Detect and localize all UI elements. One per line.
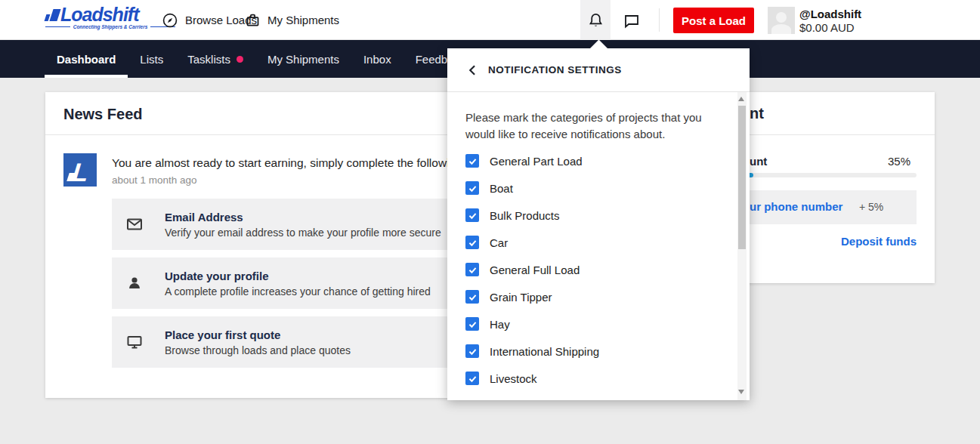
account-panel-card: nt unt 35% ur phone number + 5% Deposit …	[722, 92, 935, 283]
nav-tab-dashboard[interactable]: Dashboard	[45, 40, 128, 78]
category-label: Car	[490, 236, 508, 249]
post-headline: You are almost ready to start earning, s…	[112, 156, 493, 170]
verify-phone-link[interactable]: ur phone number	[750, 200, 842, 213]
my-shipments-label: My Shipments	[267, 14, 339, 26]
category-label: Bulk Products	[490, 209, 560, 222]
category-label: Boat	[490, 182, 513, 195]
logo-tagline-text: Connecting Shippers & Carriers	[73, 24, 148, 29]
category-label: General Full Load	[490, 264, 580, 276]
tasklists-notification-dot	[236, 56, 243, 63]
phone-verification-row[interactable]: ur phone number + 5%	[740, 190, 917, 224]
browse-loads-link[interactable]: Browse Loads	[162, 0, 257, 40]
popup-scrollbar-thumb[interactable]	[738, 106, 746, 249]
nav-tab-label: Tasklists	[187, 53, 230, 66]
nav-tab-label: My Shipments	[267, 53, 339, 66]
top-header: Loadshift Connecting Shippers & Carriers…	[0, 0, 980, 40]
post-timestamp: about 1 month ago	[112, 174, 197, 186]
category-row-car[interactable]: Car	[447, 229, 731, 256]
popup-header: NOTIFICATION SETTINGS	[447, 48, 750, 92]
category-row-general-part-load[interactable]: General Part Load	[447, 147, 731, 174]
checkbox-checked-icon[interactable]	[465, 372, 479, 385]
logo-brand-text: Loadshift	[60, 5, 139, 23]
back-chevron-icon[interactable]	[465, 63, 481, 78]
checkbox-checked-icon[interactable]	[465, 154, 479, 168]
scrollbar-up-arrow-icon[interactable]	[738, 97, 744, 101]
checkbox-checked-icon[interactable]	[465, 208, 479, 222]
nav-tab-lists[interactable]: Lists	[128, 40, 175, 78]
post-a-load-button[interactable]: Post a Load	[673, 8, 754, 33]
nav-tab-my-shipments[interactable]: My Shipments	[255, 40, 351, 78]
account-progress-label: unt	[750, 155, 767, 168]
monitor-icon	[125, 333, 144, 351]
envelope-icon	[125, 215, 144, 233]
category-label: International Shipping	[490, 345, 599, 358]
category-checkbox-list: General Part LoadBoatBulk ProductsCarGen…	[447, 147, 731, 392]
nav-tab-label: Lists	[140, 53, 163, 66]
account-progress-percent: 35%	[888, 155, 910, 168]
task-title: Update your profile	[165, 270, 431, 282]
popup-title: NOTIFICATION SETTINGS	[488, 64, 622, 76]
scrollbar-down-arrow-icon[interactable]	[738, 390, 744, 394]
task-description: Verify your email address to make your p…	[165, 227, 441, 239]
nav-tab-label: Dashboard	[57, 53, 116, 66]
compass-icon	[162, 12, 178, 29]
category-row-general-full-load[interactable]: General Full Load	[447, 256, 731, 283]
category-label: General Part Load	[490, 155, 583, 168]
account-panel-heading: nt	[750, 105, 764, 122]
loadshift-post-logo-icon: L	[63, 153, 97, 187]
user-balance: $0.00 AUD	[799, 21, 855, 34]
checkbox-checked-icon[interactable]	[465, 181, 479, 195]
briefcase-icon	[245, 12, 261, 28]
checkbox-checked-icon[interactable]	[465, 290, 479, 304]
category-label: Livestock	[490, 372, 537, 385]
popup-intro-text: Please mark the categories of projects t…	[465, 109, 726, 143]
phone-bonus-percent: + 5%	[859, 201, 883, 213]
category-row-livestock[interactable]: Livestock	[447, 365, 731, 392]
chat-bubble-icon	[623, 11, 641, 29]
person-icon	[125, 274, 144, 292]
logo-flag-icon	[49, 9, 60, 21]
logo-mark: Loadshift	[45, 5, 175, 23]
my-shipments-link[interactable]: My Shipments	[245, 0, 339, 40]
checkbox-checked-icon[interactable]	[465, 236, 479, 249]
header-divider	[659, 8, 660, 32]
notifications-bell-button[interactable]	[580, 0, 611, 40]
category-row-hay[interactable]: Hay	[447, 310, 731, 338]
task-title: Place your first quote	[165, 328, 351, 341]
task-description: A complete profile increases your chance…	[165, 285, 431, 298]
checkbox-checked-icon[interactable]	[465, 317, 479, 331]
user-avatar[interactable]	[768, 7, 795, 34]
bell-icon	[587, 11, 604, 29]
nav-tab-label: Inbox	[363, 53, 391, 66]
category-row-grain-tipper[interactable]: Grain Tipper	[447, 283, 731, 310]
account-progress-bar	[740, 173, 917, 177]
news-feed-title: News Feed	[63, 106, 142, 123]
logo-tagline: Connecting Shippers & Carriers	[45, 24, 175, 29]
notification-settings-popup: NOTIFICATION SETTINGS Please mark the ca…	[447, 48, 750, 400]
category-row-international-shipping[interactable]: International Shipping	[447, 338, 731, 365]
messages-chat-button[interactable]	[617, 0, 647, 40]
category-row-bulk-products[interactable]: Bulk Products	[447, 202, 731, 229]
task-title: Email Address	[165, 211, 441, 224]
category-row-boat[interactable]: Boat	[447, 174, 731, 202]
deposit-funds-link[interactable]: Deposit funds	[841, 235, 917, 248]
checkbox-checked-icon[interactable]	[465, 344, 479, 358]
user-handle[interactable]: @Loadshift	[799, 8, 861, 20]
category-label: Hay	[490, 318, 510, 331]
nav-tab-tasklists[interactable]: Tasklists	[175, 40, 255, 78]
category-label: Grain Tipper	[490, 291, 552, 304]
task-description: Browse through loads and place quotes	[165, 344, 351, 356]
loadshift-logo[interactable]: Loadshift Connecting Shippers & Carriers	[45, 5, 175, 29]
divider	[722, 134, 935, 135]
nav-tab-inbox[interactable]: Inbox	[351, 40, 403, 78]
checkbox-checked-icon[interactable]	[465, 263, 479, 276]
